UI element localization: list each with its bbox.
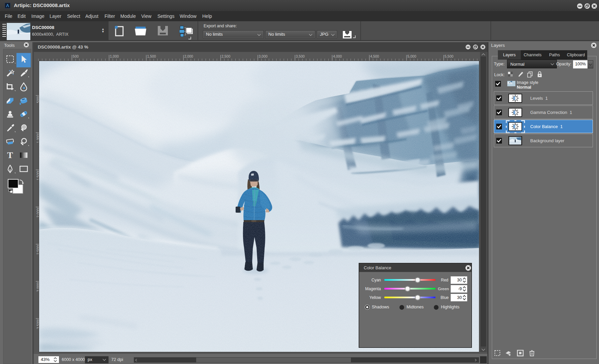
svg-text:5,500: 5,500 xyxy=(445,54,453,58)
svg-text:3,000: 3,000 xyxy=(259,54,267,58)
svg-text:1,000: 1,000 xyxy=(110,54,119,58)
svg-text:4,500: 4,500 xyxy=(370,54,379,58)
svg-text:2,000: 2,000 xyxy=(184,54,193,58)
svg-text:2,500: 2,500 xyxy=(221,54,230,58)
svg-text:500: 500 xyxy=(73,54,79,58)
svg-text:4,000: 4,000 xyxy=(333,54,342,58)
svg-text:T: T xyxy=(7,150,13,160)
svg-text:3,500: 3,500 xyxy=(296,54,305,58)
svg-text:5,000: 5,000 xyxy=(408,54,416,58)
svg-text:1,500: 1,500 xyxy=(147,54,156,58)
